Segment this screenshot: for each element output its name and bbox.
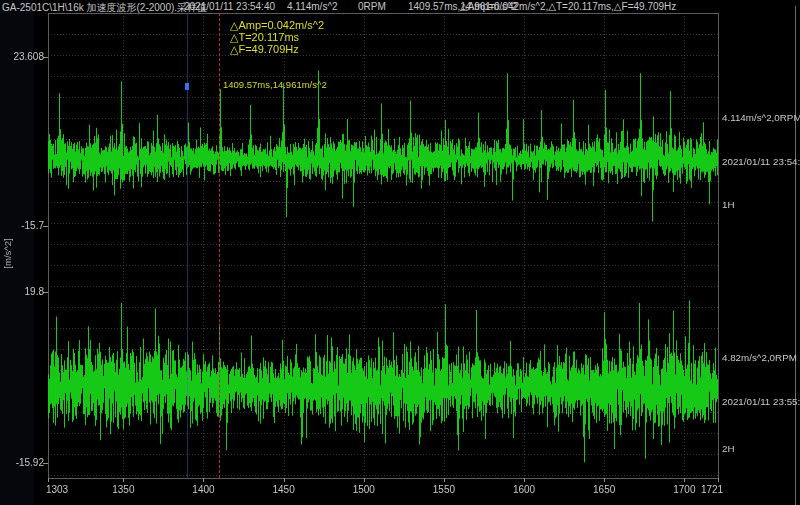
x-tick-label: 1350 [103,484,143,495]
y-axis-unit-label: [m/s^2] [2,226,15,282]
datetime-label-1h: 2021/01/11 23:54:40 [722,156,800,167]
secondary-cursor-marker[interactable] [185,83,189,90]
x-tick-label: 1721 [692,484,732,495]
x-tick-label: 1500 [344,484,384,495]
cursor-position-label: 1409.57ms,14.961m/s^2 [223,79,327,90]
channel-label-2h: 2H [722,443,735,454]
primary-cursor-line[interactable] [219,13,220,478]
y-max-label-1h: 23.608 [6,51,44,62]
x-tick-label: 1400 [183,484,223,495]
x-tick-label: 1303 [37,484,77,495]
peak-rpm-label-2h: 4.82m/s^2,0RPM [722,352,797,363]
channel-label-1h: 1H [722,199,735,210]
x-tick-label: 1550 [424,484,464,495]
y-max-label-2h: 19.8 [6,286,44,297]
x-tick-label: 1600 [504,484,544,495]
y-min-label-2h: -15.92 [6,457,44,468]
waveform-canvas [0,0,800,505]
x-tick-label: 1650 [584,484,624,495]
vibration-analyzer-window: GA-2501C\1H\16k 加速度波形(2-2000).采样值 2021/0… [0,0,800,505]
x-tick-label: 1450 [264,484,304,495]
peak-rpm-label-1h: 4.114m/s^2,0RPM [722,112,800,123]
datetime-label-2h: 2021/01/11 23:55:20 [722,396,800,407]
delta-freq-annotation: △F=49.709Hz [230,43,299,56]
